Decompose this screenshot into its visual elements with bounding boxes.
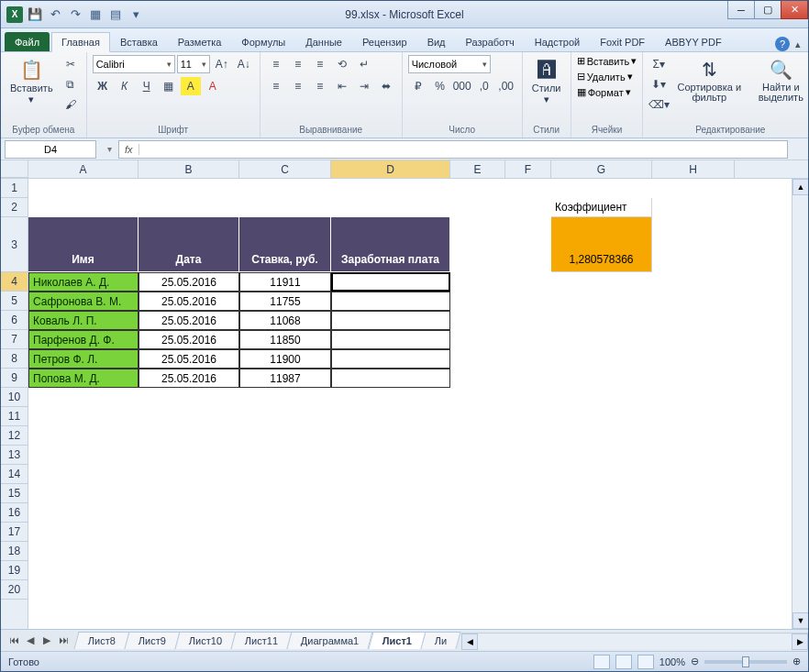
cell-C7[interactable]: 11850 — [239, 330, 331, 349]
col-header-H[interactable]: H — [652, 160, 735, 178]
align-bottom-icon[interactable]: ≡ — [310, 55, 330, 73]
tab-insert[interactable]: Вставка — [110, 32, 168, 51]
zoom-in-button[interactable]: ⊕ — [792, 655, 801, 667]
scroll-right-icon[interactable]: ▶ — [792, 633, 808, 650]
sheet-tab[interactable]: Лист8 — [73, 632, 129, 649]
tab-review[interactable]: Рецензир — [352, 32, 417, 51]
scroll-down-icon[interactable]: ▼ — [792, 612, 808, 629]
cell-B7[interactable]: 25.05.2016 — [139, 330, 239, 349]
cell-A3[interactable]: Имя — [28, 217, 139, 272]
zoom-slider[interactable] — [704, 660, 787, 664]
tab-foxit[interactable]: Foxit PDF — [590, 32, 655, 51]
cell-B9[interactable]: 25.05.2016 — [139, 369, 239, 388]
align-left-icon[interactable]: ≡ — [266, 77, 286, 95]
nav-prev-icon[interactable]: ◀ — [23, 634, 38, 646]
cell-C8[interactable]: 11900 — [239, 349, 331, 369]
row-header[interactable]: 7 — [1, 330, 28, 349]
delete-cells-button[interactable]: ⊟ Удалить ▾ — [577, 71, 633, 83]
minimize-button[interactable]: ─ — [727, 1, 755, 19]
help-icon[interactable]: ? — [775, 37, 790, 51]
border-icon[interactable]: ▦ — [159, 77, 179, 95]
cell-B4[interactable]: 25.05.2016 — [139, 272, 239, 292]
formula-input[interactable]: fx — [118, 140, 788, 159]
tab-home[interactable]: Главная — [51, 32, 110, 52]
col-header-E[interactable]: E — [450, 160, 505, 178]
cell-D6[interactable] — [331, 311, 450, 330]
row-header[interactable]: 3 — [1, 217, 28, 272]
row-header[interactable]: 18 — [1, 542, 28, 561]
row-header[interactable]: 11 — [1, 407, 28, 426]
cell-A4[interactable]: Николаев А. Д. — [28, 272, 139, 292]
merge-icon[interactable]: ⬌ — [376, 77, 396, 95]
percent-icon[interactable]: % — [430, 77, 450, 95]
cell-C3[interactable]: Ставка, руб. — [239, 217, 331, 272]
cell-B8[interactable]: 25.05.2016 — [139, 349, 239, 369]
copy-icon[interactable]: ⧉ — [61, 75, 81, 94]
cell-A6[interactable]: Коваль Л. П. — [28, 311, 139, 330]
align-top-icon[interactable]: ≡ — [266, 55, 286, 73]
format-painter-icon[interactable]: 🖌 — [61, 95, 81, 114]
row-header[interactable]: 8 — [1, 349, 28, 369]
align-middle-icon[interactable]: ≡ — [288, 55, 308, 73]
col-header-D[interactable]: D — [331, 160, 450, 178]
view-pagebreak-icon[interactable] — [637, 655, 654, 669]
wrap-text-icon[interactable]: ↵ — [354, 55, 374, 73]
col-header-G[interactable]: G — [551, 160, 652, 178]
cell-C9[interactable]: 11987 — [239, 369, 331, 388]
row-header[interactable]: 17 — [1, 523, 28, 542]
font-size-combo[interactable]: 11 — [177, 55, 210, 73]
paste-button[interactable]: 📋 Вставить▾ — [6, 55, 57, 107]
qat-dropdown-icon[interactable]: ▾ — [127, 6, 144, 23]
close-button[interactable]: ✕ — [781, 1, 808, 19]
find-select-button[interactable]: 🔍Найти и выделить — [749, 55, 808, 105]
fill-color-icon[interactable]: A — [181, 77, 201, 95]
tab-abbyy[interactable]: ABBYY PDF — [655, 32, 732, 51]
cell-G2[interactable]: Коэффициент — [551, 198, 652, 217]
tab-layout[interactable]: Разметка — [168, 32, 232, 51]
cell-G3[interactable]: 1,280578366 — [551, 217, 652, 272]
align-right-icon[interactable]: ≡ — [310, 77, 330, 95]
row-header[interactable]: 10 — [1, 388, 28, 407]
scroll-up-icon[interactable]: ▲ — [792, 179, 808, 195]
row-header[interactable]: 16 — [1, 503, 28, 523]
row-header[interactable]: 2 — [1, 198, 28, 217]
bold-button[interactable]: Ж — [93, 77, 113, 95]
insert-cells-button[interactable]: ⊞ Вставить ▾ — [577, 55, 637, 67]
font-name-combo[interactable]: Calibri — [93, 55, 175, 73]
row-header[interactable]: 15 — [1, 484, 28, 503]
cell-A9[interactable]: Попова М. Д. — [28, 369, 139, 388]
maximize-button[interactable]: ▢ — [754, 1, 781, 19]
row-header[interactable]: 9 — [1, 369, 28, 388]
tab-developer[interactable]: Разработч — [456, 32, 525, 51]
fill-icon[interactable]: ⬇▾ — [648, 75, 669, 94]
nav-next-icon[interactable]: ▶ — [39, 634, 54, 646]
cell-D4[interactable] — [331, 272, 450, 292]
cell-D7[interactable] — [331, 330, 450, 349]
undo-icon[interactable]: ↶ — [47, 6, 63, 23]
sheet-tab[interactable]: Лист10 — [175, 632, 237, 649]
currency-icon[interactable]: ₽ — [408, 77, 428, 95]
cell-D5[interactable] — [331, 292, 450, 311]
cell-B5[interactable]: 25.05.2016 — [139, 292, 239, 311]
decrease-decimal-icon[interactable]: ,00 — [496, 77, 516, 95]
cell-D9[interactable] — [331, 369, 450, 388]
cells-area[interactable]: ИмяДатаСтавка, руб.Заработная платаНикол… — [28, 179, 792, 629]
format-cells-button[interactable]: ▦ Формат ▾ — [577, 86, 631, 98]
nav-last-icon[interactable]: ⏭ — [56, 634, 71, 646]
increase-font-icon[interactable]: A↑ — [212, 55, 232, 73]
sheet-tab[interactable]: Лист9 — [124, 632, 180, 649]
underline-button[interactable]: Ч — [137, 77, 157, 95]
cell-C6[interactable]: 11068 — [239, 311, 331, 330]
cell-A7[interactable]: Парфенов Д. Ф. — [28, 330, 139, 349]
grid[interactable]: 1234567891011121314151617181920 ИмяДатаС… — [1, 179, 808, 629]
col-header-A[interactable]: A — [28, 160, 139, 178]
cell-B6[interactable]: 25.05.2016 — [139, 311, 239, 330]
cell-C5[interactable]: 11755 — [239, 292, 331, 311]
clear-icon[interactable]: ⌫▾ — [648, 95, 669, 114]
decrease-indent-icon[interactable]: ⇤ — [332, 77, 352, 95]
tab-file[interactable]: Файл — [5, 32, 50, 51]
styles-button[interactable]: 🅰Стили▾ — [528, 55, 565, 107]
view-normal-icon[interactable] — [593, 655, 610, 669]
name-box[interactable]: D4 — [5, 140, 96, 159]
cell-D3[interactable]: Заработная плата — [331, 217, 450, 272]
